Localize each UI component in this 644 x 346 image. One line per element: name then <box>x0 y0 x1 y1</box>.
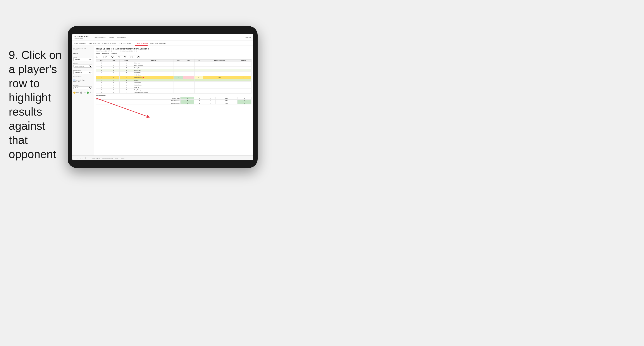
table-row[interactable]: 20117Federica Domecq Lacroze <box>96 91 252 94</box>
nav-committee[interactable]: COMMITTEE <box>117 36 126 38</box>
col-rounds: Rounds <box>236 59 251 62</box>
nav-tournaments[interactable]: TOURNAMENTS <box>94 36 106 38</box>
toolbar-clock[interactable]: ⏱ <box>85 158 86 159</box>
player-rank-group: Player (Rank) 8. Katelyn Vo <box>73 69 92 74</box>
colour-by-select[interactable]: Win/loss <box>73 86 92 89</box>
table-row[interactable]: 914Sharon Mun <box>96 69 252 71</box>
gender-label: Gender <box>73 56 92 58</box>
level-label: Level <box>83 92 86 93</box>
table-row[interactable]: 613Sydney Kuo <box>96 67 252 69</box>
toolbar-save-view[interactable]: Save Custom View <box>102 158 113 159</box>
ood-label: Out of division <box>96 95 252 96</box>
ood-row[interactable]: NCAA Division 25007,40010 <box>96 102 252 104</box>
tab-player-h2h-heatmap[interactable]: PLAYER H2H HEATMAP <box>150 41 166 46</box>
division-record: Division Record: 331 - 34 - 6 <box>120 50 137 52</box>
division-group: Division NCAA Division III <box>73 62 92 68</box>
division-label: Division <box>73 63 92 64</box>
colour-by-group: Colour by Win/loss <box>73 84 92 89</box>
opponent-select[interactable]: (All) <box>129 56 140 58</box>
grid-area: Katelyn Vo Head-to-Head Grid for Women's… <box>94 46 253 156</box>
ood-row[interactable]: NAIA Division 115009,26730 <box>96 100 252 102</box>
toolbar-sep <box>89 157 89 159</box>
conference-select[interactable]: (All) <box>116 56 127 58</box>
filters-row: Region Conference Opponent <box>96 53 252 54</box>
opponent-view-radios: Opponents Played Top 100 <box>73 79 92 83</box>
table-row[interactable]: HeeJo Hyun <box>96 74 252 76</box>
opponents-label: Opponents: <box>96 56 102 58</box>
overall-record: Overall Record: 353 - 34 - 6 <box>96 50 112 52</box>
opponent-view-label: Opponent view <box>73 76 92 77</box>
ood-row[interactable]: Foreign Team1004,5002 <box>96 97 252 100</box>
col-win: Win <box>174 59 183 62</box>
col-conf: # Conf <box>120 59 133 62</box>
nav-links: TOURNAMENTS TEAMS COMMITTEE <box>94 36 126 38</box>
opponents-filter-row: Opponents: (All) (All) (All) <box>96 56 252 58</box>
toolbar-undo[interactable]: ↩ <box>74 157 75 159</box>
table-row[interactable]: 19106Emily Chang <box>96 89 252 91</box>
device-screen: SCOREBOARD Powered by clippd TOURNAMENTS… <box>72 34 253 160</box>
player-rank-select[interactable]: 8. Katelyn Vo <box>73 71 92 74</box>
table-row[interactable]: 1822Euna Lee <box>96 86 252 89</box>
up-dot <box>87 92 89 94</box>
toolbar-bottom: ↩ ↪ ⇥ ✂ ⏱ View: Original Save Custom Vie… <box>72 156 253 160</box>
up-label: Up <box>90 92 91 93</box>
tab-team-summary[interactable]: TEAM SUMMARY <box>74 41 86 46</box>
table-row[interactable]: 1691Jessica Mason <box>96 84 252 86</box>
toolbar-scissors[interactable]: ✂ <box>82 157 84 159</box>
toolbar-redo[interactable]: ↪ <box>77 157 78 159</box>
col-reg: # Reg <box>107 59 120 62</box>
tab-team-h2h-grid[interactable]: TEAM H2H GRID <box>88 41 100 46</box>
powered-by: Powered by clippd <box>74 38 88 39</box>
table-row[interactable]: 1585Stella Cheng <box>96 82 252 84</box>
table-row[interactable]: 1474Eunice Yi <box>96 79 252 82</box>
level-dot <box>80 92 82 94</box>
toolbar-watch[interactable]: Watch ▾ <box>114 157 119 159</box>
col-tie: Tie <box>194 59 203 62</box>
region-filter: Region <box>96 53 100 54</box>
table-row[interactable]: 522Alexis Sudjianto <box>96 64 252 67</box>
table-row[interactable]: 1311Jessica Huang010-3.002 <box>96 76 252 79</box>
toolbar-share[interactable]: Share <box>121 158 124 159</box>
division-select[interactable]: NCAA Division III <box>73 65 92 68</box>
logo: SCOREBOARD Powered by clippd <box>74 35 88 39</box>
step-number: 9. <box>9 49 18 61</box>
region-select[interactable]: (All) <box>104 56 114 58</box>
radio-top100[interactable]: Top 100 <box>73 81 92 82</box>
sidebar: Last Updated: 27/03/2024 16:55:28 Player… <box>72 46 94 156</box>
col-diff: Diff Av Strokes/Rnd <box>203 59 236 62</box>
down-dot <box>73 92 76 94</box>
tab-team-h2h-heatmap[interactable]: TEAM H2H HEATMAP <box>102 41 116 46</box>
grid-title: Katelyn Vo Head-to-Head Grid for Women's… <box>96 48 252 50</box>
color-legend: Down Level Up <box>73 92 92 94</box>
sidebar-timestamp: Last Updated: 27/03/2024 16:55:28 <box>73 48 92 51</box>
player-rank-label: Player (Rank) <box>73 70 92 71</box>
gender-group: Gender Women's <box>73 56 92 61</box>
ood-table: Foreign Team1004,5002NAIA Division 11500… <box>96 97 252 104</box>
tab-player-h2h-grid[interactable]: PLAYER H2H GRID <box>135 41 148 46</box>
tab-player-summary[interactable]: PLAYER SUMMARY <box>119 41 132 46</box>
sub-nav: TEAM SUMMARY TEAM H2H GRID TEAM H2H HEAT… <box>72 41 253 46</box>
instruction-text: 9. Click on a player's row to highlight … <box>9 48 66 161</box>
down-label: Down <box>76 92 79 93</box>
col-opponent: Opponent <box>133 59 174 62</box>
nav-bar: SCOREBOARD Powered by clippd TOURNAMENTS… <box>72 34 253 41</box>
device-frame: SCOREBOARD Powered by clippd TOURNAMENTS… <box>68 26 258 168</box>
opponent-filter: Opponent <box>112 53 117 54</box>
sidebar-player-label: Player <box>73 53 92 54</box>
col-div: # Div <box>96 59 107 62</box>
gender-select[interactable]: Women's <box>73 58 92 61</box>
h2h-table: # Div # Reg # Conf Opponent Win Loss Tie… <box>96 59 252 94</box>
nav-teams[interactable]: TEAMS <box>108 36 114 38</box>
toolbar-forward[interactable]: ⇥ <box>80 157 80 159</box>
toolbar-view[interactable]: View: Original <box>92 158 100 159</box>
radio-opponents-played[interactable]: Opponents Played <box>73 79 92 81</box>
table-row[interactable]: 31Esther Lee <box>96 62 252 64</box>
col-loss: Loss <box>183 59 194 62</box>
record-row: Overall Record: 353 - 34 - 6 Division Re… <box>96 50 252 52</box>
conference-filter: Conference <box>102 53 109 54</box>
main-content: Last Updated: 27/03/2024 16:55:28 Player… <box>72 46 253 156</box>
instruction-body: Click on a player's row to highlight res… <box>9 49 62 161</box>
table-row[interactable]: 1063Andrea York <box>96 71 252 74</box>
colour-by-label: Colour by <box>73 85 92 86</box>
sign-out[interactable]: | Sign out <box>245 36 251 38</box>
